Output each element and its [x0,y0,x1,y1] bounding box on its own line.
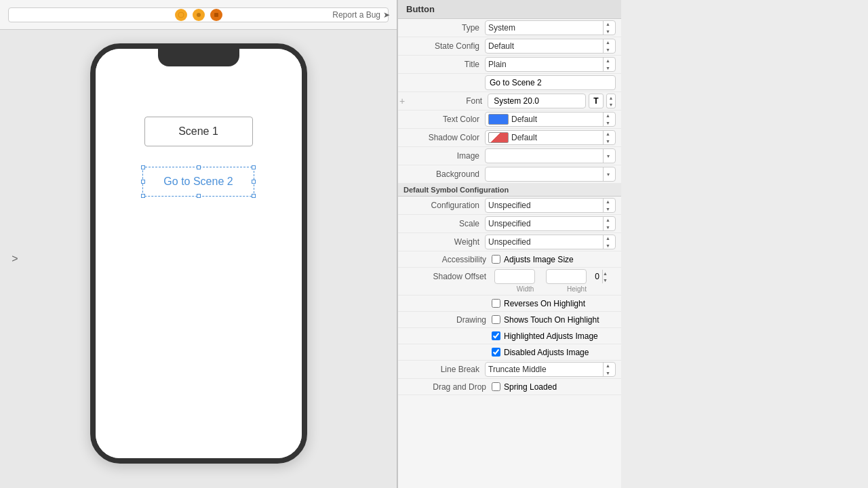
weight-value: Unspecified [488,237,603,247]
accessibility-label: Accessibility [403,255,492,264]
handle-top-right [252,165,256,169]
type-up-arrow[interactable]: ▲ [606,22,610,26]
panel-header: Button [398,0,621,19]
title-up[interactable]: ▲ [606,58,610,63]
configuration-select[interactable]: Unspecified ▲ ▼ [485,198,616,213]
text-color-down[interactable]: ▼ [606,121,610,125]
adjusts-image-size-control: Adjusts Image Size [492,255,574,264]
type-down-arrow[interactable]: ▼ [606,29,610,34]
line-break-row: Line Break Truncate Middle ▲ ▼ [398,361,621,379]
accessibility-row: Accessibility Adjusts Image Size [398,251,621,268]
title-text-input[interactable] [485,75,616,90]
title-select[interactable]: Plain ▲ ▼ [485,57,616,72]
text-color-swatch [488,114,509,125]
image-label: Image [403,151,485,161]
width-sub-label: Width [505,285,546,293]
image-dropdown[interactable]: ▾ [485,148,616,163]
weight-stepper[interactable]: ▲ ▼ [603,235,612,249]
title-stepper[interactable]: ▲ ▼ [603,57,612,72]
height-sub-label: Height [557,285,597,293]
arrow-nav-button[interactable]: > [5,249,24,268]
title-text-control [485,75,616,90]
state-config-select[interactable]: Default ▲ ▼ [485,39,616,54]
shadow-height-input[interactable]: ▲ ▼ [546,269,587,284]
line-break-down[interactable]: ▼ [606,371,610,375]
shadow-height-field[interactable] [547,270,621,283]
font-stepper[interactable]: ▲ ▼ [606,94,616,108]
spring-loaded-checkbox[interactable] [492,382,500,391]
text-color-stepper[interactable]: ▲ ▼ [603,112,612,127]
scene1-label: Scene 1 [178,125,218,138]
line-break-up[interactable]: ▲ [606,363,610,368]
scale-stepper[interactable]: ▲ ▼ [603,216,612,231]
scale-select[interactable]: Unspecified ▲ ▼ [485,216,616,231]
font-down[interactable]: ▼ [609,102,614,107]
image-dropdown-arrow[interactable]: ▾ [603,148,612,163]
t-icon: T [593,96,598,106]
shows-touch-control: Shows Touch On Highlight [492,315,599,325]
shadow-color-select[interactable]: Default ▲ ▼ [485,130,616,145]
t-icon-button[interactable]: T [589,94,604,108]
weight-select[interactable]: Unspecified ▲ ▼ [485,235,616,249]
highlighted-adjusts-checkbox[interactable] [492,331,500,340]
state-config-stepper[interactable]: ▲ ▼ [603,39,612,54]
handle-middle-right [252,180,256,184]
scale-down[interactable]: ▼ [606,225,610,230]
type-stepper[interactable]: ▲ ▼ [603,20,612,35]
orange-square-icon[interactable] [210,9,222,21]
scale-up[interactable]: ▲ [606,218,610,222]
drawing-label: Drawing [403,315,492,325]
config-down[interactable]: ▼ [606,207,610,211]
text-color-up[interactable]: ▲ [606,113,610,118]
handle-bottom-center [197,194,201,198]
text-color-control: Default ▲ ▼ [485,112,616,127]
background-dropdown[interactable]: ▾ [485,167,616,182]
handle-bottom-left [141,194,145,198]
goto-scene2-button[interactable]: Go to Scene 2 [142,167,254,197]
disabled-adjusts-checkbox[interactable] [492,348,500,357]
shows-touch-checkbox[interactable] [492,315,500,324]
highlighted-adjusts-row: Highlighted Adjusts Image [398,328,621,344]
shadow-color-up[interactable]: ▲ [606,131,610,136]
adjusts-image-size-checkbox[interactable] [492,255,500,264]
title-down[interactable]: ▼ [606,66,610,70]
state-up[interactable]: ▲ [606,40,610,45]
type-select[interactable]: System ▲ ▼ [485,20,616,35]
shadow-color-stepper[interactable]: ▲ ▼ [603,130,612,145]
weight-down[interactable]: ▼ [606,243,610,248]
drag-drop-label: Drag and Drop [403,382,492,392]
toolbar: Report a Bug ➤ [0,0,397,30]
line-break-stepper[interactable]: ▲ ▼ [603,362,612,377]
plus-button[interactable]: + [399,96,405,106]
font-up[interactable]: ▲ [609,96,614,100]
scale-value: Unspecified [488,219,603,228]
reverses-checkbox[interactable] [492,299,500,308]
shadow-width-input[interactable]: ▲ ▼ [494,269,535,284]
state-down[interactable]: ▼ [606,47,610,52]
weight-row: Weight Unspecified ▲ ▼ [398,233,621,251]
text-color-select[interactable]: Default ▲ ▼ [485,112,616,127]
shadow-color-label: Shadow Color [403,133,485,142]
title-row: Title Plain ▲ ▼ [398,56,621,74]
yellow-circle-icon[interactable] [175,9,187,21]
orange-circle-icon[interactable] [193,9,205,21]
line-break-select[interactable]: Truncate Middle ▲ ▼ [485,362,616,377]
shadow-color-down[interactable]: ▼ [606,139,610,144]
text-color-value: Default [511,115,603,124]
arrow-right-icon: > [12,253,18,265]
background-dropdown-arrow[interactable]: ▾ [603,167,612,182]
type-row: Type System ▲ ▼ [398,19,621,37]
shadow-sub-labels: Width Height [417,285,603,295]
config-up[interactable]: ▲ [606,199,610,204]
report-bug-button[interactable]: Report a Bug ➤ [332,10,390,20]
arrow-circle-icon: ➤ [383,10,390,20]
symbol-config-header: Default Symbol Configuration [398,184,621,197]
spring-loaded-label: Spring Loaded [504,382,557,392]
configuration-stepper[interactable]: ▲ ▼ [603,198,612,213]
canvas-area: Report a Bug ➤ > Scene 1 Go to Scene 2 [0,0,397,488]
weight-up[interactable]: ▲ [606,236,610,241]
weight-control: Unspecified ▲ ▼ [485,235,616,249]
configuration-value: Unspecified [488,201,603,210]
font-select[interactable]: System 20.0 [488,94,586,108]
scene1-button[interactable]: Scene 1 [144,117,253,146]
